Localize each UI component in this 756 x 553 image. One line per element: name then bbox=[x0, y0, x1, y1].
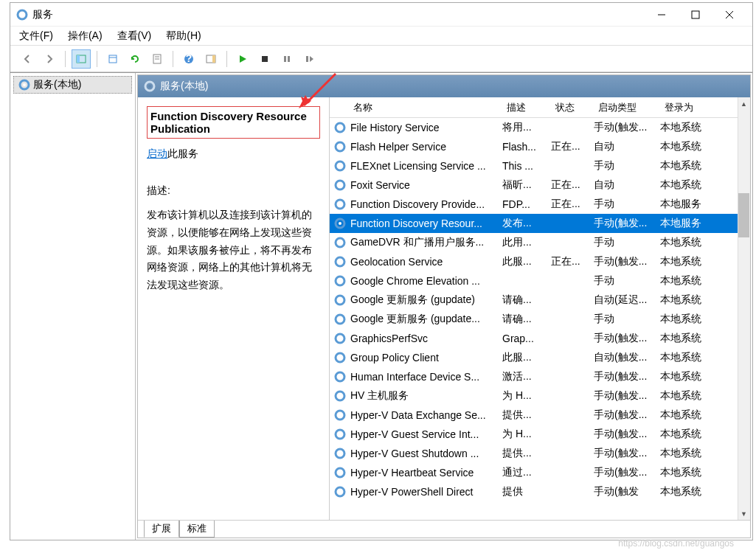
show-hide-tree-button[interactable] bbox=[72, 49, 91, 69]
svg-rect-19 bbox=[288, 56, 290, 62]
window-title: 服务 bbox=[32, 8, 53, 21]
cell-desc: 发布... bbox=[502, 217, 551, 230]
cell-desc: 提供 bbox=[502, 485, 551, 498]
services-icon bbox=[16, 9, 28, 21]
service-row[interactable]: Hyper-V Guest Service Int...为 H...手动(触发.… bbox=[330, 425, 750, 444]
menu-view[interactable]: 查看(V) bbox=[117, 29, 152, 43]
list-header: 名称 描述 状态 启动类型 登录为 bbox=[330, 97, 750, 118]
col-header-name[interactable]: 名称 bbox=[347, 101, 501, 114]
col-header-status[interactable]: 状态 bbox=[549, 101, 592, 114]
tab-standard[interactable]: 标准 bbox=[179, 521, 215, 538]
gear-icon bbox=[334, 122, 346, 133]
service-list: 名称 描述 状态 启动类型 登录为 File History Service将用… bbox=[330, 97, 750, 520]
service-row[interactable]: Google Chrome Elevation ...手动本地系统 bbox=[330, 271, 750, 291]
cell-desc: 此用... bbox=[502, 236, 551, 249]
scroll-thumb[interactable] bbox=[738, 193, 749, 237]
service-row[interactable]: Function Discovery Resour...发布...手动(触发..… bbox=[330, 214, 750, 233]
cell-start: 手动(触发... bbox=[594, 121, 660, 134]
svg-point-42 bbox=[339, 279, 341, 282]
vertical-scrollbar[interactable]: ▲ ▼ bbox=[738, 97, 750, 520]
content-header-label: 服务(本地) bbox=[160, 80, 208, 93]
service-row[interactable]: Google 更新服务 (gupdate)请确...自动(延迟...本地系统 bbox=[330, 291, 750, 310]
col-header-logon[interactable]: 登录为 bbox=[659, 101, 718, 114]
col-header-desc[interactable]: 描述 bbox=[501, 101, 549, 114]
service-row[interactable]: Hyper-V Data Exchange Se...提供...手动(触发...… bbox=[330, 406, 750, 425]
start-service-button[interactable] bbox=[233, 49, 252, 69]
properties-button[interactable] bbox=[148, 49, 167, 69]
tab-extended[interactable]: 扩展 bbox=[144, 521, 179, 538]
help-button[interactable]: ? bbox=[179, 49, 198, 69]
cell-desc: 福昕... bbox=[502, 178, 551, 192]
back-button[interactable] bbox=[18, 49, 37, 69]
maximize-button[interactable] bbox=[679, 3, 712, 27]
cell-logon: 本地系统 bbox=[660, 236, 719, 249]
gear-icon bbox=[334, 467, 346, 479]
toolbar: ? bbox=[10, 46, 752, 72]
cell-start: 自动(延迟... bbox=[594, 293, 660, 307]
service-row[interactable]: Flash Helper ServiceFlash...正在...自动本地系统 bbox=[330, 137, 750, 156]
service-row[interactable]: Hyper-V PowerShell Direct提供手动(触发本地系统 bbox=[330, 482, 750, 501]
service-row[interactable]: Hyper-V Heartbeat Service通过...手动(触发...本地… bbox=[330, 463, 750, 482]
cell-start: 手动(触发... bbox=[594, 370, 660, 383]
cell-desc: 提供... bbox=[502, 408, 551, 422]
service-row[interactable]: HV 主机服务为 H...手动(触发...本地系统 bbox=[330, 386, 750, 406]
cell-status: 正在... bbox=[551, 178, 594, 192]
restart-service-button[interactable] bbox=[299, 49, 319, 69]
cell-desc: 请确... bbox=[502, 313, 551, 326]
cell-name: Hyper-V Guest Shutdown ... bbox=[349, 448, 502, 459]
service-row[interactable]: Hyper-V Guest Shutdown ...提供...手动(触发...本… bbox=[330, 444, 750, 463]
service-row[interactable]: Google 更新服务 (gupdate...请确...手动本地系统 bbox=[330, 310, 750, 329]
svg-point-48 bbox=[339, 337, 341, 340]
start-service-link[interactable]: 启动 bbox=[147, 147, 167, 159]
close-button[interactable] bbox=[712, 3, 746, 27]
service-row[interactable]: File History Service将用...手动(触发...本地系统 bbox=[330, 118, 750, 137]
service-row[interactable]: Group Policy Client此服...自动(触发...本地系统 bbox=[330, 348, 750, 367]
cell-logon: 本地系统 bbox=[660, 408, 719, 422]
service-row[interactable]: FLEXnet Licensing Service ...This ...手动本… bbox=[330, 156, 750, 175]
svg-point-58 bbox=[339, 433, 341, 436]
col-header-start[interactable]: 启动类型 bbox=[592, 101, 659, 114]
detail-title-box: Function Discovery Resource Publication bbox=[147, 106, 320, 139]
minimize-button[interactable] bbox=[645, 3, 679, 27]
service-row[interactable]: Foxit Service福昕...正在...自动本地系统 bbox=[330, 175, 750, 195]
cell-logon: 本地系统 bbox=[660, 466, 719, 479]
cell-start: 手动(触发... bbox=[594, 447, 660, 460]
cell-desc: 此服... bbox=[502, 351, 551, 364]
svg-point-1 bbox=[21, 13, 24, 16]
action-pane-button[interactable] bbox=[201, 49, 221, 69]
cell-name: Group Policy Client bbox=[349, 352, 502, 364]
menu-help[interactable]: 帮助(H) bbox=[166, 29, 201, 43]
gear-icon bbox=[334, 428, 346, 440]
stop-service-button[interactable] bbox=[255, 49, 274, 69]
cell-logon: 本地系统 bbox=[660, 447, 719, 460]
scroll-up-arrow[interactable]: ▲ bbox=[738, 97, 750, 110]
refresh-button[interactable] bbox=[125, 49, 145, 69]
tabs-bar: 扩展 标准 bbox=[138, 520, 750, 538]
detail-pane: Function Discovery Resource Publication … bbox=[138, 97, 330, 520]
menu-action[interactable]: 操作(A) bbox=[68, 29, 103, 43]
svg-rect-3 bbox=[692, 11, 699, 18]
service-row[interactable]: GameDVR 和广播用户服务...此用...手动本地系统 bbox=[330, 233, 750, 252]
cell-start: 手动 bbox=[594, 236, 660, 249]
service-row[interactable]: Function Discovery Provide...FDP...正在...… bbox=[330, 195, 750, 214]
svg-point-44 bbox=[339, 299, 341, 302]
service-row[interactable]: GraphicsPerfSvcGrap...手动(触发...本地系统 bbox=[330, 329, 750, 348]
cell-name: Hyper-V Data Exchange Se... bbox=[349, 409, 502, 421]
tree-root-item[interactable]: 服务(本地) bbox=[13, 76, 132, 94]
cell-name: Foxit Service bbox=[349, 179, 502, 191]
cell-status: 正在... bbox=[551, 255, 594, 268]
cell-name: Function Discovery Resour... bbox=[349, 218, 502, 229]
gear-icon bbox=[334, 198, 346, 210]
scroll-down-arrow[interactable]: ▼ bbox=[738, 507, 750, 520]
svg-point-22 bbox=[23, 83, 26, 86]
export-list-button[interactable] bbox=[103, 49, 122, 69]
forward-button[interactable] bbox=[40, 49, 59, 69]
menu-file[interactable]: 文件(F) bbox=[19, 29, 53, 43]
service-row[interactable]: Geolocation Service此服...正在...手动(触发...本地系… bbox=[330, 252, 750, 271]
cell-name: File History Service bbox=[349, 122, 502, 133]
service-row[interactable]: Human Interface Device S...激活...手动(触发...… bbox=[330, 367, 750, 386]
content-pane: 服务(本地) Function Discovery Resource Publi… bbox=[137, 74, 751, 538]
cell-logon: 本地系统 bbox=[660, 274, 719, 288]
pause-service-button[interactable] bbox=[277, 49, 296, 69]
cell-name: Function Discovery Provide... bbox=[349, 198, 502, 210]
